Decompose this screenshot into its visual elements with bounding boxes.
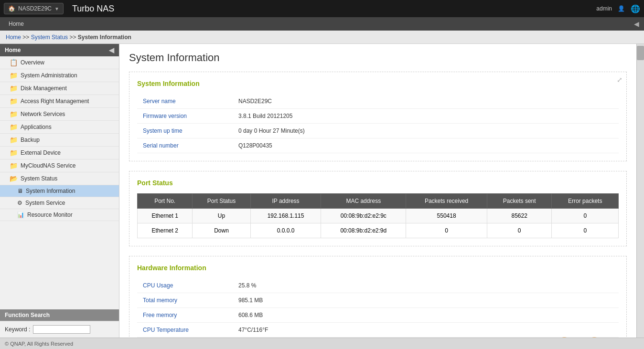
globe-icon[interactable]: 🌐 xyxy=(631,4,640,13)
col-port-status: Port Status xyxy=(193,194,250,209)
value-firmware: 3.8.1 Build 20121205 xyxy=(233,109,619,124)
sidebar-item-sys-admin[interactable]: 📁 System Administration xyxy=(0,69,119,82)
sys-info-icon: 🖥 xyxy=(17,188,23,194)
sidebar-label-sys-info: System Information xyxy=(26,188,75,194)
overview-icon: 📋 xyxy=(10,59,18,66)
sidebar-label-access-right: Access Right Management xyxy=(21,98,89,105)
port-status-table: Port No. Port Status IP address MAC addr… xyxy=(137,193,619,238)
function-search-header: Function Search xyxy=(0,309,119,321)
sys-info-section-title: System Information xyxy=(137,80,619,87)
sidebar-label-network: Network Services xyxy=(21,111,65,117)
dropdown-arrow-icon: ▼ xyxy=(54,6,59,11)
col-port-no: Port No. xyxy=(138,194,193,209)
label-total-mem: Total memory xyxy=(137,293,233,308)
folder-icon: 📁 xyxy=(10,97,18,105)
sidebar-header: Home ◀ xyxy=(0,44,119,56)
table-row: Serial number Q128P00435 xyxy=(137,138,619,153)
col-errors: Error packets xyxy=(552,194,619,209)
sidebar-label-backup: Backup xyxy=(21,137,40,143)
breadcrumb-system-status[interactable]: System Status xyxy=(31,34,68,41)
label-uptime: System up time xyxy=(137,124,233,138)
cell-mac: 00:08:9b:d2:e2:9d xyxy=(321,223,406,238)
page-title: System Information xyxy=(129,52,627,64)
sidebar-item-sys-status[interactable]: 📂 System Status xyxy=(0,172,119,185)
sidebar-item-overview[interactable]: 📋 Overview xyxy=(0,56,119,69)
sidebar: Home ◀ 📋 Overview 📁 System Administratio… xyxy=(0,44,119,338)
port-status-section: Port Status Port No. Port Status IP addr… xyxy=(129,171,627,246)
content-area: System Information ⤢ System Information … xyxy=(119,44,636,338)
col-received: Packets received xyxy=(406,194,487,209)
folder-icon: 📁 xyxy=(10,162,18,169)
col-ip: IP address xyxy=(250,194,321,209)
sidebar-item-disk-mgmt[interactable]: 📁 Disk Management xyxy=(0,82,119,95)
collapse-button[interactable]: ◀ xyxy=(634,20,639,28)
cell-received: 550418 xyxy=(406,209,487,223)
label-free-mem: Free memory xyxy=(137,308,233,323)
watermark-text: CPCR xyxy=(556,332,617,338)
main-layout: Home ◀ 📋 Overview 📁 System Administratio… xyxy=(0,44,644,338)
sidebar-item-network[interactable]: 📁 Network Services xyxy=(0,108,119,121)
cell-errors: 0 xyxy=(552,223,619,238)
breadcrumb-home[interactable]: Home xyxy=(6,34,21,41)
sys-info-section: ⤢ System Information Server name NASD2E2… xyxy=(129,72,627,161)
footer-text: © QNAP, All Rights Reserved xyxy=(5,341,73,347)
label-server-name: Server name xyxy=(137,94,233,109)
sidebar-item-applications[interactable]: 📁 Applications xyxy=(0,121,119,134)
col-mac: MAC address xyxy=(321,194,406,209)
cell-sent: 85622 xyxy=(487,209,551,223)
value-total-mem: 985.1 MB xyxy=(233,293,619,308)
sys-service-icon: ⚙ xyxy=(17,200,22,206)
sidebar-label-res-monitor: Resource Monitor xyxy=(27,212,73,218)
watermark: CPCR CUSTOM PC REVIEW xyxy=(556,332,617,338)
sidebar-item-access-right[interactable]: 📁 Access Right Management xyxy=(0,95,119,108)
topbar: 🏠 NASD2E29C ▼ Turbo NAS admin 👤 🌐 xyxy=(0,0,644,17)
value-uptime: 0 day 0 Hour 27 Minute(s) xyxy=(233,124,619,138)
sidebar-item-sys-info[interactable]: 🖥 System Information xyxy=(0,185,119,197)
sidebar-item-ext-device[interactable]: 📁 External Device xyxy=(0,147,119,159)
folder-icon: 📁 xyxy=(10,149,18,157)
sidebar-item-mycloud[interactable]: 📁 MyCloudNAS Service xyxy=(0,159,119,172)
footer: © QNAP, All Rights Reserved xyxy=(0,338,644,349)
value-serial: Q128P00435 xyxy=(233,138,619,153)
cell-port-status: Up xyxy=(193,209,250,223)
sidebar-label-disk-mgmt: Disk Management xyxy=(21,85,67,92)
sidebar-label-mycloud: MyCloudNAS Service xyxy=(21,162,75,169)
sidebar-item-res-monitor[interactable]: 📊 Resource Monitor xyxy=(0,209,119,221)
sidebar-label-overview: Overview xyxy=(21,59,44,66)
topbar-right: admin 👤 🌐 xyxy=(596,4,640,13)
label-sys-temp: System temperature xyxy=(137,338,233,338)
home-nav[interactable]: Home xyxy=(5,19,28,29)
cell-errors: 0 xyxy=(552,209,619,223)
cell-port-name: Ethernet 1 xyxy=(138,209,193,223)
hw-info-section: Hardware Information CPU Usage 25.8 % To… xyxy=(129,256,627,338)
keyword-label: Keyword : xyxy=(5,326,30,333)
breadcrumb-current: System Information xyxy=(78,34,131,41)
value-server-name: NASD2E29C xyxy=(233,94,619,109)
sidebar-title: Home xyxy=(5,47,21,53)
folder-icon: 📁 xyxy=(10,110,18,118)
table-row: CPU Usage 25.8 % xyxy=(137,278,619,293)
device-selector[interactable]: 🏠 NASD2E29C ▼ xyxy=(4,3,64,14)
vertical-scrollbar[interactable] xyxy=(636,44,644,338)
table-row: Server name NASD2E29C xyxy=(137,94,619,109)
table-row: CPU Temperature 47°C/116°F xyxy=(137,323,619,338)
res-monitor-icon: 📊 xyxy=(17,212,24,218)
breadcrumb: Home >> System Status >> System Informat… xyxy=(6,34,131,41)
folder-icon: 📁 xyxy=(10,123,18,131)
table-row: Ethernet 1 Up 192.168.1.115 00:08:9b:d2:… xyxy=(138,209,619,223)
cell-port-name: Ethernet 2 xyxy=(138,223,193,238)
keyword-row: Keyword : xyxy=(5,325,114,334)
sidebar-item-sys-service[interactable]: ⚙ System Service xyxy=(0,197,119,209)
hw-info-table: CPU Usage 25.8 % Total memory 985.1 MB F… xyxy=(137,278,619,338)
table-header-row: Port No. Port Status IP address MAC addr… xyxy=(138,194,619,209)
cell-sent: 0 xyxy=(487,223,551,238)
keyword-input[interactable] xyxy=(33,325,90,334)
sidebar-label-sys-admin: System Administration xyxy=(21,72,77,79)
cell-port-status: Down xyxy=(193,223,250,238)
table-row: Ethernet 2 Down 0.0.0.0 00:08:9b:d2:e2:9… xyxy=(138,223,619,238)
port-status-section-title: Port Status xyxy=(137,179,619,187)
resize-handle-icon[interactable]: ⤢ xyxy=(617,76,623,84)
sidebar-item-backup[interactable]: 📁 Backup xyxy=(0,134,119,147)
device-name: NASD2E29C xyxy=(18,5,52,12)
sidebar-collapse-button[interactable]: ◀ xyxy=(109,46,114,54)
